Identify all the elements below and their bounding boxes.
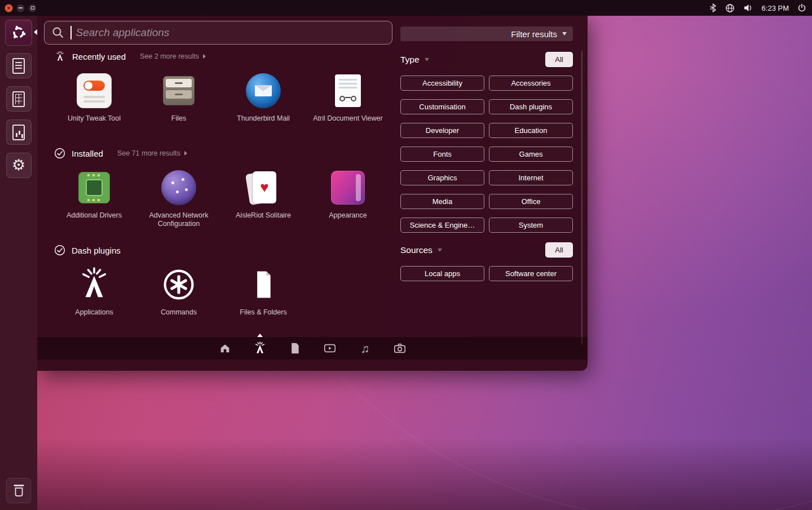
launcher-item-libreoffice-writer[interactable]: [6, 53, 32, 78]
focused-app-arrow-icon: [34, 29, 37, 35]
result-row: Applications Commands Files & Folders: [52, 266, 400, 317]
close-button[interactable]: ×: [5, 4, 13, 12]
filter-system[interactable]: System: [489, 218, 573, 233]
app-tile-files[interactable]: Files: [136, 72, 221, 123]
music-lens[interactable]: ♫: [358, 341, 372, 356]
filter-customisation[interactable]: Customisation: [400, 99, 484, 114]
launcher-item-trash[interactable]: [6, 478, 32, 503]
video-lens[interactable]: [323, 341, 337, 356]
desktop: × 6:23 PM: [0, 0, 812, 510]
search-icon: [52, 26, 64, 39]
power-icon[interactable]: [797, 3, 806, 12]
type-filter-grid: Accessibility Accessories Customisation …: [400, 76, 573, 233]
launcher-item-ubuntu-dash[interactable]: [5, 20, 32, 46]
video-icon: [323, 342, 337, 354]
app-tile-advanced-network-configuration[interactable]: Advanced Network Configuration: [136, 169, 221, 228]
app-tile-appearance[interactable]: Appearance: [306, 169, 390, 228]
filter-developer[interactable]: Developer: [400, 123, 484, 138]
clock[interactable]: 6:23 PM: [762, 4, 789, 12]
files-folders-icon: [247, 268, 280, 301]
section-recently-used: Recently used See 2 more results Unity T…: [44, 50, 400, 123]
filter-games[interactable]: Games: [489, 147, 573, 162]
maximize-button[interactable]: [28, 4, 37, 12]
sources-all-button[interactable]: All: [545, 242, 573, 258]
see-more-results-link[interactable]: See 71 more results: [117, 149, 187, 157]
ubuntu-logo-icon: [11, 25, 26, 40]
impress-chart-icon: [12, 125, 25, 140]
launcher-item-libreoffice-impress[interactable]: [6, 119, 32, 145]
app-label: Appearance: [329, 211, 367, 220]
search-bar[interactable]: [44, 21, 392, 45]
sources-label[interactable]: Sources: [400, 245, 442, 255]
app-tile-atril-document-viewer[interactable]: Atril Document Viewer: [306, 72, 390, 123]
appearance-icon: [331, 171, 365, 205]
app-label: Unity Tweak Tool: [68, 114, 121, 123]
plugin-tile-commands[interactable]: Commands: [136, 266, 221, 317]
section-dash-plugins: Dash plugins Applications Commands: [44, 243, 400, 317]
dash-scrollbar[interactable]: [581, 51, 582, 345]
applications-plugin-icon: [77, 267, 112, 302]
commands-icon: [162, 268, 196, 301]
filter-fonts[interactable]: Fonts: [400, 147, 484, 162]
additional-drivers-icon: [78, 172, 110, 203]
files-lens[interactable]: [288, 341, 302, 356]
indicator-area: 6:23 PM: [709, 3, 812, 13]
thunderbird-icon: [246, 73, 281, 108]
app-label: Commands: [161, 308, 197, 317]
filter-accessories[interactable]: Accessories: [489, 76, 573, 91]
filter-graphics[interactable]: Graphics: [400, 170, 484, 185]
search-input[interactable]: [73, 26, 385, 39]
solitaire-cards-icon: ♥: [245, 170, 282, 205]
unity-launcher: ⚙: [0, 16, 37, 510]
app-tile-unity-tweak-tool[interactable]: Unity Tweak Tool: [52, 72, 136, 123]
network-configuration-icon: [161, 170, 196, 205]
app-tile-additional-drivers[interactable]: Additional Drivers: [52, 169, 136, 228]
chevron-down-icon: [438, 249, 442, 252]
filter-science-engineering[interactable]: Science & Engine…: [400, 218, 484, 233]
section-title: Installed: [72, 149, 103, 158]
section-installed: Installed See 71 more results Additional…: [44, 147, 400, 228]
active-lens-indicator: [257, 334, 263, 337]
lens-bar: ♫: [37, 337, 588, 360]
top-panel: × 6:23 PM: [0, 0, 812, 16]
check-circle-icon: [54, 245, 65, 256]
filter-panel: Type All Accessibility Accessories Custo…: [400, 16, 573, 281]
app-tile-aisleriot-solitaire[interactable]: ♥ AisleRiot Solitaire: [221, 169, 306, 228]
camera-icon: [393, 342, 407, 354]
globe-icon[interactable]: [725, 3, 735, 13]
window-controls: ×: [5, 4, 37, 12]
home-icon: [219, 342, 231, 354]
app-label: AisleRiot Solitaire: [236, 211, 291, 220]
bluetooth-icon[interactable]: [709, 3, 717, 12]
photos-lens[interactable]: [392, 341, 407, 356]
plugin-tile-applications[interactable]: Applications: [52, 266, 136, 317]
launcher-item-libreoffice-calc[interactable]: [6, 86, 32, 112]
type-all-button[interactable]: All: [545, 52, 573, 67]
volume-icon[interactable]: [743, 3, 753, 12]
app-label: Applications: [75, 308, 113, 317]
unity-dash: Filter results Recently used See 2 more …: [37, 16, 588, 371]
home-lens[interactable]: [218, 341, 232, 356]
filter-education[interactable]: Education: [489, 123, 573, 138]
type-label[interactable]: Type: [400, 55, 429, 65]
trash-icon: [14, 485, 24, 497]
app-label: Files & Folders: [240, 308, 286, 317]
filter-dash-plugins[interactable]: Dash plugins: [489, 99, 573, 114]
filter-media[interactable]: Media: [400, 194, 484, 209]
applications-lens[interactable]: [253, 341, 267, 356]
filter-local-apps[interactable]: Local apps: [400, 266, 484, 281]
minimize-button[interactable]: [16, 4, 25, 12]
music-note-icon: ♫: [360, 343, 369, 354]
filter-internet[interactable]: Internet: [489, 170, 573, 185]
see-more-results-link[interactable]: See 2 more results: [140, 52, 206, 60]
filter-office[interactable]: Office: [489, 194, 573, 209]
check-circle-icon: [54, 148, 65, 159]
app-label: Files: [171, 114, 186, 123]
plugin-tile-files-folders[interactable]: Files & Folders: [221, 266, 306, 317]
calc-spreadsheet-icon: [12, 91, 25, 107]
filter-software-center[interactable]: Software center: [489, 266, 573, 281]
section-title: Dash plugins: [72, 246, 121, 255]
filter-accessibility[interactable]: Accessibility: [400, 76, 484, 91]
launcher-item-system-settings[interactable]: ⚙: [6, 153, 32, 178]
app-tile-thunderbird-mail[interactable]: Thunderbird Mail: [221, 72, 306, 123]
